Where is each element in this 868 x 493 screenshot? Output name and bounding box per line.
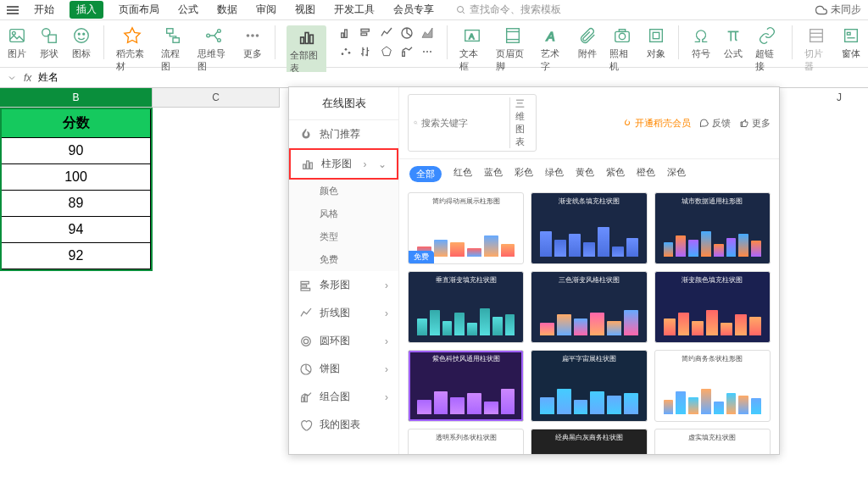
- ribbon-textbox[interactable]: A 文本框: [459, 25, 484, 73]
- ribbon-shape[interactable]: 形状: [39, 25, 59, 60]
- col-header-j[interactable]: J: [814, 91, 865, 103]
- color-filter-紫色[interactable]: 紫色: [606, 166, 625, 182]
- ribbon-symbol[interactable]: 符号: [691, 25, 711, 60]
- color-filter-深色[interactable]: 深色: [667, 166, 686, 182]
- chart-thumb[interactable]: 经典黑白灰商务柱状图: [531, 429, 647, 454]
- cell[interactable]: 90: [2, 138, 151, 163]
- ribbon-object[interactable]: 对象: [646, 25, 666, 60]
- chart-search[interactable]: 三维图表: [408, 94, 537, 152]
- ribbon-image[interactable]: 图片: [7, 25, 27, 60]
- mini-area-icon[interactable]: [420, 25, 435, 41]
- tab-review[interactable]: 审阅: [253, 0, 280, 19]
- feedback-link[interactable]: 反馈: [699, 117, 731, 130]
- more-link[interactable]: 更多: [739, 117, 771, 130]
- tab-insert[interactable]: 插入: [70, 1, 103, 19]
- ribbon-flowchart[interactable]: 流程图: [161, 25, 186, 73]
- headerfooter-icon: [503, 25, 523, 46]
- chart-thumb[interactable]: 垂直渐变填充柱状图: [408, 271, 524, 343]
- chart-thumb[interactable]: 虚实填充柱状图: [654, 429, 771, 454]
- chart-thumb[interactable]: 扁平字宙展柱状图: [531, 350, 647, 422]
- mini-scatter-icon[interactable]: [338, 44, 353, 59]
- color-filter-蓝色[interactable]: 蓝色: [484, 166, 503, 182]
- ribbon-attachment[interactable]: 附件: [577, 25, 598, 60]
- tab-start[interactable]: 开始: [31, 0, 58, 19]
- color-filter-彩色[interactable]: 彩色: [515, 166, 533, 182]
- color-filter-红色[interactable]: 红色: [453, 166, 472, 182]
- col-header-c[interactable]: C: [153, 88, 280, 107]
- command-search[interactable]: 查找命令、搜索模板: [456, 3, 561, 17]
- color-filter-绿色[interactable]: 绿色: [545, 166, 564, 182]
- svg-rect-48: [847, 32, 850, 35]
- dropdown-icon[interactable]: [7, 73, 17, 83]
- formula-input[interactable]: [38, 72, 861, 84]
- cell[interactable]: 89: [2, 191, 151, 216]
- color-filter-全部[interactable]: 全部: [409, 166, 442, 182]
- mini-hbar-icon[interactable]: [359, 25, 374, 41]
- cell-header[interactable]: 分数: [2, 109, 151, 137]
- chart-category-我的图表[interactable]: 我的图表: [289, 411, 398, 439]
- ribbon-headerfooter[interactable]: 页眉页脚: [496, 25, 529, 73]
- ribbon-equation[interactable]: 公式: [723, 25, 743, 60]
- mini-bar-icon[interactable]: [338, 25, 353, 41]
- mini-stock-icon[interactable]: [359, 44, 374, 59]
- thumb-title: 渐变颜色填充柱状图: [655, 275, 770, 285]
- chart-search-input[interactable]: [421, 118, 506, 128]
- chart-category-圆环图[interactable]: 圆环图›: [289, 327, 398, 355]
- chart-category-免费[interactable]: 免费: [289, 248, 398, 271]
- color-filter-黄色[interactable]: 黄色: [576, 166, 594, 182]
- mini-pie-icon[interactable]: [399, 25, 415, 41]
- thumb-bars: [664, 214, 761, 257]
- chart-category-颜色[interactable]: 颜色: [289, 180, 398, 202]
- chart-thumb[interactable]: 渐变线条填充柱状图: [531, 192, 647, 264]
- tab-formula[interactable]: 公式: [175, 0, 202, 19]
- chart-category-热门推荐[interactable]: 热门推荐: [289, 120, 398, 148]
- chart-category-饼图[interactable]: 饼图›: [289, 355, 398, 383]
- ribbon-slicer[interactable]: 切片器: [804, 25, 829, 73]
- color-filter-橙色[interactable]: 橙色: [637, 166, 655, 182]
- chart-thumb[interactable]: 渐变颜色填充柱状图: [654, 271, 771, 343]
- ribbon-all-charts[interactable]: 全部图表: [287, 25, 326, 76]
- ribbon-camera[interactable]: 照相机: [609, 25, 634, 73]
- ribbon-form[interactable]: 窗体: [841, 25, 861, 60]
- chart-thumb[interactable]: 简约得动画展示柱形图免费: [408, 192, 524, 264]
- ribbon-wordart[interactable]: A 艺术字: [541, 25, 565, 73]
- col-header-b[interactable]: B: [0, 88, 153, 107]
- chart-thumb[interactable]: 简约商务条状柱形图: [654, 350, 771, 422]
- chart-category-条形图[interactable]: 条形图›: [289, 271, 398, 299]
- sync-status[interactable]: 未同步: [815, 3, 861, 17]
- cell[interactable]: 92: [2, 243, 151, 269]
- chart-thumb[interactable]: 透明系列条状柱状图: [408, 429, 524, 454]
- tab-layout[interactable]: 页面布局: [115, 0, 163, 19]
- ribbon-more[interactable]: 更多: [242, 25, 263, 60]
- svg-rect-29: [403, 52, 405, 56]
- chart-category-类型[interactable]: 类型: [289, 225, 398, 248]
- chart-thumb[interactable]: 紫色科技风通用柱状图: [408, 350, 524, 422]
- chart-thumb[interactable]: 城市数据通用柱形图: [654, 192, 771, 264]
- chart-category-组合图[interactable]: 组合图›: [289, 383, 398, 411]
- fx-label[interactable]: fx: [24, 72, 31, 84]
- svg-rect-10: [173, 38, 179, 43]
- tab-view[interactable]: 视图: [292, 0, 319, 19]
- ribbon-icon[interactable]: 图标: [71, 25, 92, 60]
- vip-link[interactable]: 开通稻壳会员: [622, 117, 691, 130]
- 3d-chart-button[interactable]: 三维图表: [509, 97, 531, 148]
- tab-data[interactable]: 数据: [214, 0, 241, 19]
- ribbon-hyperlink[interactable]: 超链接: [755, 25, 780, 73]
- ribbon-mindmap[interactable]: 思维导图: [198, 25, 231, 73]
- thumb-title: 经典黑白灰商务柱状图: [531, 433, 646, 442]
- mini-combo-icon[interactable]: [399, 44, 415, 59]
- chart-thumb[interactable]: 三色渐变风格柱状图: [531, 271, 647, 343]
- chart-category-折线图[interactable]: 折线图›: [289, 299, 398, 327]
- tab-vip[interactable]: 会员专享: [390, 0, 437, 19]
- menu-icon[interactable]: [7, 6, 19, 14]
- chart-category-柱形图[interactable]: 柱形图›⌄: [289, 148, 398, 180]
- sheet-selection[interactable]: 分数 90 100 89 94 92: [0, 108, 153, 271]
- tab-dev[interactable]: 开发工具: [331, 0, 378, 19]
- mini-more-icon[interactable]: [420, 44, 435, 59]
- mini-line-icon[interactable]: [379, 25, 394, 41]
- cell[interactable]: 94: [2, 217, 151, 242]
- ribbon-docer[interactable]: 稻壳素材: [116, 25, 149, 73]
- mini-radar-icon[interactable]: [379, 44, 394, 59]
- cell[interactable]: 100: [2, 164, 151, 190]
- chart-category-风格[interactable]: 风格: [289, 202, 398, 225]
